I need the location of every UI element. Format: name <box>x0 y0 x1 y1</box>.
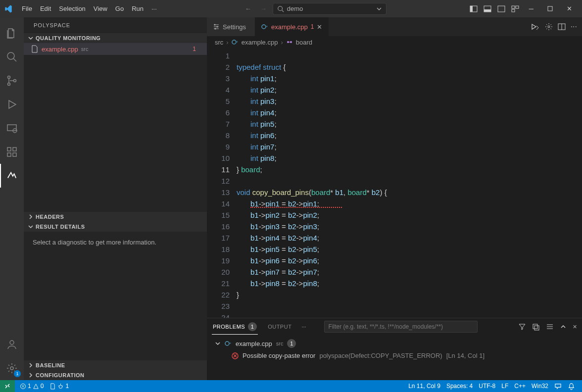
layout-panel-icon[interactable] <box>482 3 493 15</box>
code-line[interactable]: int pin2; <box>237 84 582 96</box>
status-remote-icon[interactable] <box>0 380 15 392</box>
code-line[interactable]: b1->pin8 = b2->pin8; <box>237 278 582 289</box>
menu-go[interactable]: Go <box>111 3 128 14</box>
code-line[interactable]: int pin3; <box>237 96 582 107</box>
nav-back-icon[interactable]: ← <box>242 4 254 13</box>
menu-overflow-icon[interactable]: ··· <box>147 3 161 14</box>
section-headers[interactable]: HEADERS <box>24 212 207 222</box>
status-bell-icon[interactable] <box>565 383 578 390</box>
activity-scm-icon[interactable] <box>0 69 24 93</box>
menu-view[interactable]: View <box>90 3 111 14</box>
layout-sidebar-right-icon[interactable] <box>495 3 507 15</box>
section-label: BASELINE <box>36 362 65 368</box>
activity-polyspace-icon[interactable] <box>0 164 24 188</box>
menu-run[interactable]: Run <box>128 3 147 14</box>
breadcrumb-item[interactable]: example.cpp <box>242 39 278 46</box>
code-line[interactable]: int pin6; <box>237 130 582 141</box>
svg-line-12 <box>13 58 16 61</box>
code-line[interactable]: b1->pin5 = b2->pin5; <box>237 244 582 255</box>
status-language[interactable]: C++ <box>511 383 529 390</box>
problem-file-tag: src <box>276 341 284 346</box>
tab-example-cpp[interactable]: + example.cpp 1 ✕ <box>255 17 329 36</box>
section-result-details[interactable]: RESULT DETAILS <box>24 222 207 232</box>
menu-selection[interactable]: Selection <box>55 3 89 14</box>
command-center[interactable]: demo <box>273 3 387 15</box>
window-maximize-icon[interactable] <box>541 3 559 14</box>
command-center-text: demo <box>287 5 303 12</box>
code-body[interactable]: typedef struct {int pin1;int pin2;int pi… <box>237 48 582 318</box>
code-line[interactable] <box>237 50 582 61</box>
activity-account-icon[interactable] <box>0 333 24 356</box>
status-platform[interactable]: Win32 <box>529 383 551 390</box>
tab-close-icon[interactable]: ✕ <box>317 23 322 31</box>
split-editor-icon[interactable] <box>558 23 566 31</box>
activity-remote-icon[interactable] <box>0 116 24 140</box>
code-line[interactable]: void copy_board_pins(board* b1, board* b… <box>237 187 582 198</box>
code-line[interactable]: int pin7; <box>237 141 582 152</box>
code-line[interactable]: b1->pin4 = b2->pin4; <box>237 232 582 244</box>
layout-sidebar-left-icon[interactable] <box>468 3 480 15</box>
editor-settings-icon[interactable] <box>545 23 553 31</box>
section-quality-monitoring[interactable]: QUALITY MONITORING <box>24 33 207 43</box>
view-as-list-icon[interactable] <box>546 323 554 331</box>
status-encoding[interactable]: UTF-8 <box>476 383 498 390</box>
section-configuration[interactable]: CONFIGURATION <box>24 370 207 380</box>
window-minimize-icon[interactable]: ─ <box>523 2 539 15</box>
activity-extensions-icon[interactable] <box>0 140 24 164</box>
status-feedback-icon[interactable] <box>551 383 565 390</box>
code-line[interactable]: int pin4; <box>237 107 582 118</box>
code-line[interactable]: b1->pin3 = b2->pin3; <box>237 221 582 232</box>
code-line[interactable]: b1->pin2 = b2->pin2; <box>237 209 582 221</box>
panel-close-icon[interactable]: ✕ <box>573 324 577 330</box>
code-line[interactable]: b1->pin6 = b2->pin6; <box>237 255 582 266</box>
window-close-icon[interactable]: ✕ <box>561 2 578 15</box>
activity-explorer-icon[interactable] <box>0 21 24 45</box>
run-config-icon[interactable] <box>531 23 540 31</box>
chevron-down-icon <box>28 35 34 41</box>
status-indent[interactable]: Spaces: 4 <box>443 383 476 390</box>
struct-icon <box>286 39 293 46</box>
code-line[interactable]: b1->pin7 = b2->pin7; <box>237 266 582 278</box>
menu-file[interactable]: File <box>18 3 36 14</box>
filter-icon[interactable] <box>518 323 526 331</box>
code-editor[interactable]: 123456789101112131415161718192021222324 … <box>207 48 582 318</box>
code-line[interactable] <box>237 312 582 318</box>
collapse-all-icon[interactable] <box>532 323 540 331</box>
layout-customize-icon[interactable] <box>509 3 521 15</box>
panel-maximize-icon[interactable] <box>560 323 567 330</box>
chevron-right-icon: › <box>226 39 228 46</box>
code-line[interactable]: } <box>237 289 582 300</box>
code-line[interactable] <box>237 175 582 187</box>
code-line[interactable]: int pin5; <box>237 118 582 130</box>
svg-point-23 <box>10 367 13 370</box>
panel-tab-overflow-icon[interactable]: ··· <box>301 324 306 330</box>
code-line[interactable]: int pin8; <box>237 152 582 164</box>
more-actions-icon[interactable]: ··· <box>571 22 577 31</box>
breadcrumb-item[interactable]: src <box>215 39 223 46</box>
tab-modified-count: 1 <box>311 23 314 30</box>
tab-settings[interactable]: Settings <box>207 17 255 36</box>
status-cursor[interactable]: Ln 11, Col 9 <box>405 383 443 390</box>
panel-tab-output[interactable]: OUTPUT <box>267 321 292 333</box>
code-line[interactable] <box>237 300 582 312</box>
svg-rect-6 <box>498 6 505 12</box>
menu-edit[interactable]: Edit <box>36 3 55 14</box>
status-polyspace[interactable]: 1 <box>47 383 72 390</box>
activity-debug-icon[interactable] <box>0 93 24 116</box>
code-line[interactable]: typedef struct { <box>237 61 582 73</box>
quality-file-row[interactable]: example.cpp src 1 <box>24 43 207 55</box>
problem-file-row[interactable]: + example.cpp src 1 <box>212 337 577 350</box>
problem-item[interactable]: Possible copy-paste error polyspace(Defe… <box>212 350 577 361</box>
section-baseline[interactable]: BASELINE <box>24 360 207 370</box>
activity-search-icon[interactable] <box>0 45 24 69</box>
activity-settings-icon[interactable]: 1 <box>0 356 24 380</box>
breadcrumb-item[interactable]: board <box>296 39 312 46</box>
status-eol[interactable]: LF <box>498 383 511 390</box>
nav-forward-icon[interactable]: → <box>257 4 270 13</box>
code-line[interactable]: int pin1; <box>237 73 582 84</box>
panel-tab-problems[interactable]: PROBLEMS1 <box>212 319 258 335</box>
breadcrumb[interactable]: src › + example.cpp › board <box>207 36 582 48</box>
problems-filter-input[interactable]: Filter (e.g. text, **/*.ts, !**/node_mod… <box>324 321 478 333</box>
status-errors-warnings[interactable]: 1 0 <box>17 383 47 390</box>
code-line[interactable]: } board; <box>237 164 582 175</box>
